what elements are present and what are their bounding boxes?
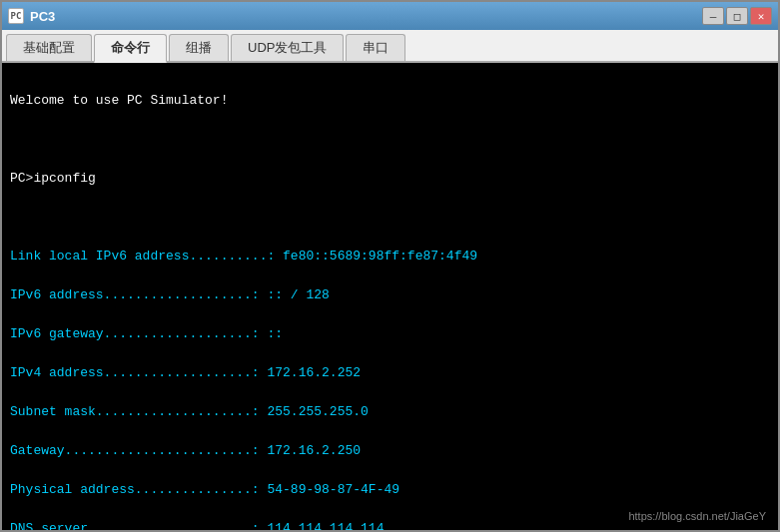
- watermark: https://blog.csdn.net/JiaGeY: [628, 510, 766, 522]
- line-physical: Physical address...............: 54-89-9…: [10, 482, 399, 497]
- line-ipv4-addr: IPv4 address...................: 172.16.…: [10, 365, 361, 380]
- line-ipv6-gw: IPv6 gateway...................: ::: [10, 326, 283, 341]
- window-title: PC3: [30, 9, 702, 24]
- title-bar: PC PC3 — □ ✕: [2, 2, 778, 30]
- window-icon: PC: [8, 8, 24, 24]
- main-window: PC PC3 — □ ✕ 基础配置 命令行 组播 UDP发包工具 串口 Welc…: [0, 0, 780, 532]
- terminal-output: Welcome to use PC Simulator! PC>ipconfig…: [10, 71, 770, 530]
- tab-basic-config[interactable]: 基础配置: [6, 34, 92, 61]
- line-command: PC>ipconfig: [10, 171, 96, 186]
- close-button[interactable]: ✕: [750, 7, 772, 25]
- tab-command-line[interactable]: 命令行: [94, 34, 167, 63]
- tab-udp-tool[interactable]: UDP发包工具: [231, 34, 344, 61]
- line-gateway: Gateway........................: 172.16.…: [10, 443, 361, 458]
- maximize-button[interactable]: □: [726, 7, 748, 25]
- tab-serial[interactable]: 串口: [346, 34, 405, 61]
- tab-multicast[interactable]: 组播: [169, 34, 229, 61]
- line-subnet: Subnet mask....................: 255.255…: [10, 404, 369, 419]
- line-dns: DNS server.....................: 114.114…: [10, 521, 384, 531]
- line-ipv6-addr: IPv6 address...................: :: / 12…: [10, 287, 330, 302]
- line-welcome: Welcome to use PC Simulator!: [10, 93, 228, 108]
- line-ipv6-link-local: Link local IPv6 address..........: fe80:…: [10, 249, 477, 264]
- terminal-container[interactable]: Welcome to use PC Simulator! PC>ipconfig…: [2, 63, 778, 530]
- title-buttons: — □ ✕: [702, 7, 772, 25]
- minimize-button[interactable]: —: [702, 7, 724, 25]
- tab-bar: 基础配置 命令行 组播 UDP发包工具 串口: [2, 30, 778, 63]
